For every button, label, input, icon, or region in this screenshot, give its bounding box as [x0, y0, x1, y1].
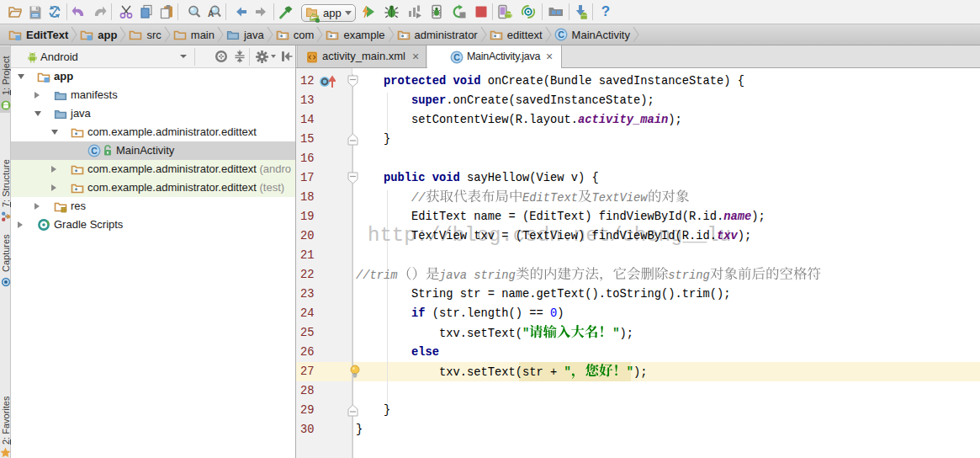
svg-text:C: C [558, 29, 564, 40]
svg-text:C: C [91, 146, 98, 156]
svg-text:C: C [453, 52, 460, 62]
svg-text:A: A [208, 9, 214, 19]
